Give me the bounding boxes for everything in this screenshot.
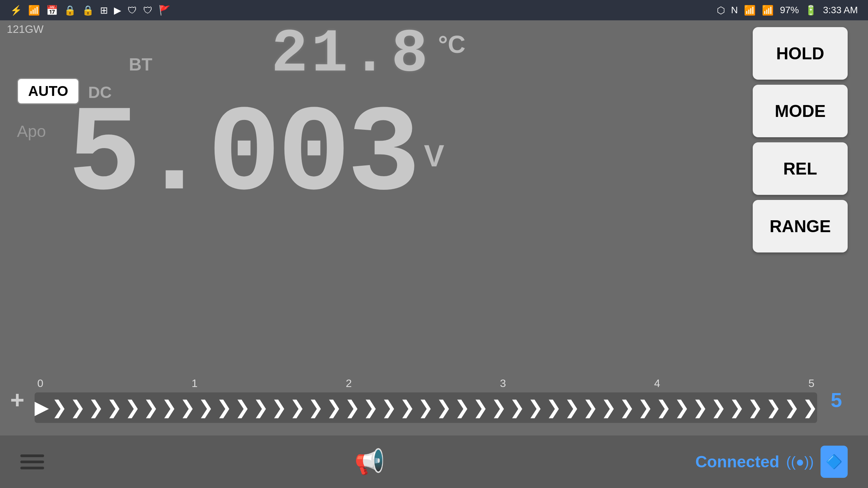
connected-label: Connected [695, 452, 780, 471]
app-id-label: 121GW [7, 23, 43, 36]
bottom-toolbar: 📢 Connected ((●)) 🔷 [0, 435, 868, 488]
temperature-display: 21.8 °C [271, 24, 466, 85]
speaker-icon[interactable]: 📢 [354, 447, 385, 476]
usb-icon: ⚡ [10, 5, 22, 16]
bt-label: BT [129, 54, 152, 75]
wifi-wave-icon: ((●)) [786, 454, 814, 470]
bluetooth-icon: ⬡ [717, 5, 725, 16]
bar-max-value: 5 [831, 388, 858, 412]
bar-graph-area: + 0 1 2 3 4 5 5 [0, 369, 868, 430]
bar-track [35, 392, 817, 423]
bt-waves-icon: ((●)) [786, 454, 814, 470]
main-value: 5.003 [68, 95, 417, 217]
grid-icon: ⊞ [100, 5, 108, 16]
nfc-icon: N [731, 5, 738, 16]
play-icon: ▶ [114, 5, 121, 16]
bt-symbol: 🔷 [826, 454, 843, 470]
bar-container: 0 1 2 3 4 5 [35, 377, 817, 423]
flag-icon: 🚩 [159, 5, 171, 16]
plus-sign: + [10, 386, 24, 414]
calendar-icon: 📅 [46, 5, 58, 16]
bar-scale: 0 1 2 3 4 5 [35, 377, 817, 390]
hamburger-menu-button[interactable] [20, 454, 44, 469]
status-bar: ⚡ 📶 📅 🔒 🔒 ⊞ ▶ 🛡 🛡 🚩 ⬡ N 📶 📶 97% 🔋 3:33 A… [0, 0, 868, 20]
main-unit: V [424, 139, 444, 174]
status-left-icons: ⚡ 📶 📅 🔒 🔒 ⊞ ▶ 🛡 🛡 🚩 [10, 5, 171, 16]
wifi-status-icon: 📶 [744, 5, 756, 16]
signal-icon: 📶 [762, 5, 774, 16]
apo-label: Apo [17, 122, 46, 141]
scale-1: 1 [192, 377, 198, 390]
hold-button[interactable]: HOLD [753, 27, 848, 80]
mode-button[interactable]: MODE [753, 85, 848, 137]
scale-0: 0 [37, 377, 43, 390]
hamburger-line-2 [20, 461, 44, 463]
status-right-icons: ⬡ N 📶 📶 97% 🔋 3:33 AM [717, 5, 858, 16]
shield-wifi-icon: 🛡 [127, 5, 137, 16]
scale-3: 3 [500, 377, 506, 390]
chevron-indicators [35, 392, 817, 423]
temperature-value: 21.8 [271, 24, 431, 85]
bt-device-icon: 🔷 [821, 446, 848, 478]
hamburger-line-3 [20, 467, 44, 469]
clock: 3:33 AM [823, 5, 858, 16]
shield-icon: 🛡 [143, 5, 153, 16]
main-reading-display: 5.003 V [68, 95, 444, 217]
scale-5: 5 [808, 377, 814, 390]
range-button[interactable]: RANGE [753, 200, 848, 252]
lock-icon: 🔒 [64, 5, 76, 16]
wifi-icon: 📶 [28, 5, 40, 16]
temperature-unit: °C [438, 30, 466, 58]
scale-2: 2 [346, 377, 352, 390]
bar-fill [35, 392, 817, 423]
battery-icon: 🔋 [805, 5, 817, 16]
scale-4: 4 [654, 377, 660, 390]
rel-button[interactable]: REL [753, 142, 848, 195]
battery-percent: 97% [780, 5, 799, 16]
connected-section: Connected ((●)) 🔷 [695, 446, 848, 478]
hamburger-line-1 [20, 454, 44, 457]
lock2-icon: 🔒 [82, 5, 94, 16]
